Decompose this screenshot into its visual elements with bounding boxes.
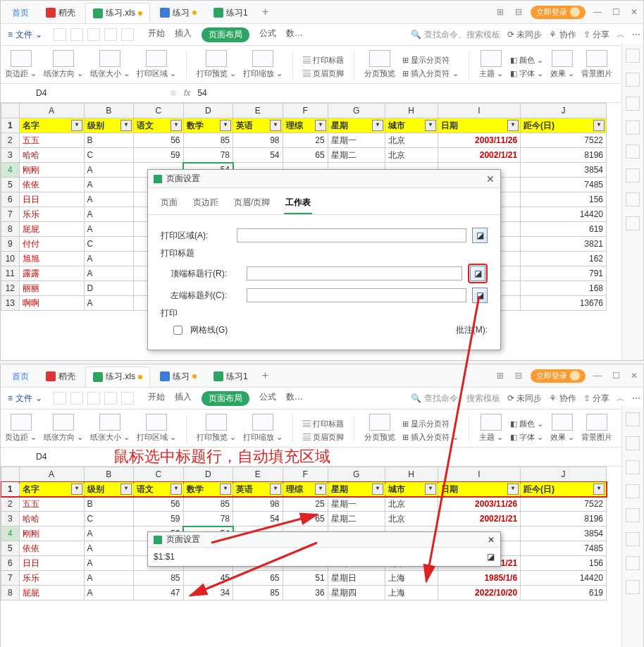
row-header[interactable]: 7 xyxy=(1,571,20,586)
select-title-col-button[interactable]: ◪ xyxy=(472,288,488,303)
header-cell[interactable]: 理综▾ xyxy=(283,118,328,133)
cell[interactable]: A xyxy=(84,163,134,178)
ribbon-size[interactable]: 纸张大小 ⌄ xyxy=(90,50,130,79)
file-menu[interactable]: ≡ 文件 ⌄ xyxy=(4,393,47,405)
title-tab-word[interactable]: 练习 xyxy=(153,3,204,23)
file-menu[interactable]: ≡ 文件 ⌄ xyxy=(4,29,47,41)
more-icon[interactable]: ⋯ xyxy=(632,393,640,403)
cell[interactable]: 星期二 xyxy=(328,512,385,526)
cell[interactable]: A xyxy=(84,207,134,222)
title-tab-active[interactable]: 练习.xls xyxy=(85,3,150,23)
cell[interactable]: A xyxy=(84,252,134,266)
filter-button[interactable]: ▾ xyxy=(120,483,132,495)
menu-tab[interactable]: 开始 xyxy=(148,391,165,406)
filter-button[interactable]: ▾ xyxy=(270,483,281,495)
cell[interactable]: 25 xyxy=(283,497,328,512)
filter-button[interactable]: ▾ xyxy=(315,120,326,131)
select-range-button[interactable]: ◪ xyxy=(472,228,488,243)
cell[interactable]: 59 xyxy=(134,148,184,163)
col-header[interactable]: G xyxy=(328,467,385,482)
cell[interactable]: 7522 xyxy=(521,497,607,512)
side-icon[interactable] xyxy=(626,436,640,450)
cell[interactable]: 旭旭 xyxy=(19,252,84,266)
cell[interactable]: 2003/11/26 xyxy=(438,133,521,148)
ribbon-show_break[interactable]: ⊞ 显示分页符 xyxy=(402,419,458,429)
filter-button[interactable]: ▾ xyxy=(507,483,519,495)
header-cell[interactable]: 语文▾ xyxy=(134,118,184,133)
collab-button[interactable]: ⚘ 协作 xyxy=(549,29,576,41)
print-area-input[interactable] xyxy=(237,228,466,242)
filter-button[interactable]: ▾ xyxy=(71,120,82,131)
cell[interactable]: 54 xyxy=(233,512,283,526)
cell[interactable]: 168 xyxy=(521,281,607,296)
col-header[interactable]: E xyxy=(233,104,283,118)
cell[interactable]: 2022/10/20 xyxy=(438,586,521,600)
side-icon[interactable] xyxy=(626,508,640,522)
row-header[interactable]: 12 xyxy=(1,281,20,296)
row-header[interactable]: 4 xyxy=(1,526,20,541)
cell[interactable]: 14420 xyxy=(521,571,607,586)
cell[interactable]: A xyxy=(84,556,134,571)
ribbon-orient[interactable]: 纸张方向 ⌄ xyxy=(44,50,83,79)
cell[interactable]: 98 xyxy=(233,133,283,148)
ribbon-color[interactable]: ◧ 颜色 ⌄ xyxy=(510,55,543,66)
cell[interactable]: 54 xyxy=(233,148,283,163)
cell[interactable]: D xyxy=(84,281,134,296)
print-icon[interactable] xyxy=(70,392,83,405)
ribbon-font[interactable]: ◧ 字体 ⌄ xyxy=(510,68,543,79)
cell[interactable]: 露露 xyxy=(19,266,84,281)
cell[interactable]: 51 xyxy=(283,571,328,586)
title-tab-home[interactable]: 首页 xyxy=(5,366,36,386)
filter-button[interactable]: ▾ xyxy=(171,483,182,495)
select-title-row-button[interactable]: ◪ xyxy=(470,266,485,281)
menu-tab[interactable]: 开始 xyxy=(148,27,165,42)
filter-button[interactable]: ▾ xyxy=(372,483,383,495)
row-header[interactable]: 8 xyxy=(1,586,20,600)
new-tab-button[interactable]: + xyxy=(256,369,274,382)
row-header[interactable]: 13 xyxy=(1,296,20,311)
header-cell[interactable]: 级别▾ xyxy=(84,118,134,133)
cell[interactable]: 1985/1/6 xyxy=(438,571,521,586)
cell[interactable]: A xyxy=(84,526,134,541)
dialog-close-button[interactable]: ✕ xyxy=(486,173,495,185)
menu-tab[interactable]: 数… xyxy=(286,27,303,42)
header-cell[interactable]: 级别▾ xyxy=(84,482,134,497)
header-cell[interactable]: 数学▾ xyxy=(183,482,233,497)
ribbon-theme[interactable]: 主题 ⌄ xyxy=(479,414,503,443)
ribbon-area[interactable]: 打印区域 ⌄ xyxy=(137,414,176,443)
filter-button[interactable]: ▾ xyxy=(593,120,605,131)
header-cell[interactable]: 名字▾ xyxy=(19,482,84,497)
preview-icon[interactable] xyxy=(87,392,100,405)
ribbon-orient[interactable]: 纸张方向 ⌄ xyxy=(44,414,83,443)
cell[interactable]: A xyxy=(84,541,134,556)
header-cell[interactable]: 日期▾ xyxy=(438,118,521,133)
cell[interactable]: 36 xyxy=(283,586,328,600)
cell[interactable]: 北京 xyxy=(385,133,438,148)
cell[interactable]: 哈哈 xyxy=(19,148,84,163)
side-icon[interactable] xyxy=(626,168,640,183)
filter-button[interactable]: ▾ xyxy=(71,483,82,495)
menu-tab[interactable]: 公式 xyxy=(259,27,276,42)
filter-button[interactable]: ▾ xyxy=(507,120,519,131)
header-cell[interactable]: 英语▾ xyxy=(233,482,283,497)
cell[interactable]: 2003/11/26 xyxy=(438,497,521,512)
side-icon[interactable] xyxy=(626,412,640,426)
cell[interactable]: 8196 xyxy=(521,512,607,526)
cell[interactable]: 3821 xyxy=(521,237,607,252)
header-cell[interactable]: 距今(日)▾ xyxy=(521,482,607,497)
range-value[interactable]: $1:$1 xyxy=(154,552,483,562)
cell[interactable]: 依依 xyxy=(19,178,84,192)
cell[interactable]: 78 xyxy=(183,148,233,163)
login-button[interactable]: 立即登录 xyxy=(531,6,586,19)
menu-tab[interactable]: 公式 xyxy=(259,391,276,406)
title-tab-active[interactable]: 练习.xls xyxy=(85,366,150,387)
redo-icon[interactable] xyxy=(121,392,134,405)
row-header[interactable]: 5 xyxy=(1,541,20,556)
cell[interactable]: 98 xyxy=(233,497,283,512)
chevron-up-icon[interactable]: ︿ xyxy=(617,393,625,405)
cell[interactable]: A xyxy=(84,192,134,207)
cell[interactable]: 8196 xyxy=(521,148,607,163)
row-header[interactable]: 11 xyxy=(1,266,20,281)
side-icon[interactable] xyxy=(626,121,640,135)
side-icon[interactable] xyxy=(626,97,640,111)
